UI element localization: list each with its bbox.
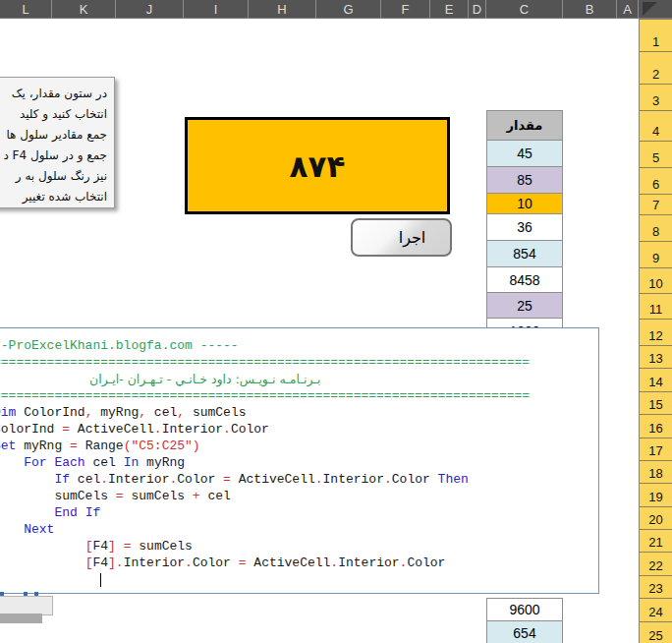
column-header-B[interactable]: B (563, 0, 617, 19)
select-all-triangle-icon (643, 2, 657, 16)
comment-box: در ستون مقدار، یکانتخاب کنید و کلیدجمع م… (0, 77, 115, 208)
cell-C25[interactable]: 654 (486, 621, 563, 643)
row-header-25[interactable]: 25 (639, 622, 672, 643)
row-header-19[interactable]: 19 (639, 484, 672, 507)
column-header-C[interactable]: C (486, 0, 563, 19)
row-header-18[interactable]: 18 (639, 461, 672, 484)
code-line: ========================================… (0, 387, 598, 404)
cell-C8[interactable]: 36 (486, 214, 563, 241)
row-header-16[interactable]: 16 (639, 415, 672, 438)
row-header-1[interactable]: 1 (639, 20, 672, 52)
column-header-L[interactable]: L (0, 0, 52, 19)
column-header-bar: LKJIHGFEDCBA (0, 0, 672, 19)
row-header-column: 1234567891011121314151617181920212223242… (639, 19, 672, 643)
comment-text-line: انتخاب کنید و کلید (0, 104, 107, 125)
sum-cell-f4[interactable]: ۸۷۴ (185, 117, 450, 214)
cell-C24[interactable]: 9600 (486, 598, 563, 621)
row-header-23[interactable]: 23 (639, 576, 672, 599)
code-line (0, 571, 598, 588)
column-header-K[interactable]: K (52, 0, 116, 19)
code-line: Dim ColorInd, myRng, cel, sumCels (0, 404, 598, 421)
row-header-22[interactable]: 22 (639, 553, 672, 576)
selection-handle[interactable] (34, 592, 38, 596)
code-line: ColorInd = ActiveCell.Interior.Color (0, 421, 598, 438)
row-header-14[interactable]: 14 (639, 369, 672, 392)
row-header-4[interactable]: 4 (639, 111, 672, 142)
cell-C5[interactable]: 45 (486, 141, 563, 167)
column-header-I[interactable]: I (184, 0, 249, 19)
code-line: Set myRng = Range("C5:C25") (0, 438, 598, 454)
select-all-corner[interactable] (639, 0, 672, 19)
code-line: ========================================… (0, 354, 598, 371)
row-header-6[interactable]: 6 (639, 168, 672, 195)
row-header-17[interactable]: 17 (639, 438, 672, 461)
cell-C4[interactable]: مقدار (486, 110, 563, 141)
row-header-9[interactable]: 9 (639, 242, 672, 268)
cell-C6[interactable]: 85 (486, 167, 563, 194)
row-header-2[interactable]: 2 (639, 52, 672, 85)
run-button[interactable]: اجرا (351, 218, 452, 257)
cell-C10[interactable]: 8458 (486, 267, 563, 293)
row-header-20[interactable]: 20 (639, 507, 672, 530)
row-header-21[interactable]: 21 (639, 530, 672, 553)
column-header-G[interactable]: G (316, 0, 381, 19)
cell-C7[interactable]: 10 (486, 194, 563, 214)
row-header-13[interactable]: 13 (639, 346, 672, 369)
row-header-11[interactable]: 11 (639, 294, 672, 320)
comment-text-line: نیز رنگ سلول به ر (0, 166, 107, 187)
code-line: --ProExcelKhani.blogfa.com ----- (0, 337, 598, 354)
cell-C11[interactable]: 25 (486, 293, 563, 319)
row-header-24[interactable]: 24 (639, 599, 672, 622)
code-line: [F4] = sumCels (0, 538, 598, 555)
column-header-A[interactable]: A (617, 0, 639, 19)
column-header-D[interactable]: D (469, 0, 486, 19)
vba-code-window[interactable]: --ProExcelKhani.blogfa.com -----========… (0, 327, 599, 594)
selection-handle[interactable] (24, 592, 28, 596)
row-header-15[interactable]: 15 (639, 392, 672, 415)
row-header-3[interactable]: 3 (639, 85, 672, 111)
code-line: For Each cel In myRng (0, 454, 598, 471)
comment-text-line: انتخاب شده تغییر (0, 187, 107, 207)
partial-shape-shadow (0, 614, 42, 623)
spreadsheet-app: LKJIHGFEDCBA 123456789101112131415161718… (0, 0, 672, 643)
code-line: If cel.Interior.Color = ActiveCell.Inter… (0, 471, 598, 488)
selection-handle[interactable] (0, 592, 4, 596)
partial-shape (0, 596, 53, 615)
cell-C9[interactable]: 854 (486, 241, 563, 267)
row-header-8[interactable]: 8 (639, 215, 672, 242)
code-line: sumCels = sumCels + cel (0, 488, 598, 504)
comment-text-line: در ستون مقدار، یک (0, 84, 107, 104)
column-header-F[interactable]: F (381, 0, 430, 19)
comment-text-line: جمع مقادیر سلول ها (0, 125, 107, 146)
code-line: End If (0, 504, 598, 521)
column-header-H[interactable]: H (249, 0, 316, 19)
column-header-E[interactable]: E (430, 0, 469, 19)
row-header-5[interactable]: 5 (639, 142, 672, 168)
row-header-12[interactable]: 12 (639, 320, 672, 346)
row-header-7[interactable]: 7 (639, 195, 672, 215)
column-header-J[interactable]: J (116, 0, 184, 19)
code-line: Next (0, 521, 598, 538)
comment-text-line: جمع و در سلول F4 د (0, 146, 107, 166)
row-header-10[interactable]: 10 (639, 268, 672, 294)
code-line: بـرنـامـه نـويـس: داود خـانـي - تـهـران … (0, 371, 598, 387)
code-line: [F4].Interior.Color = ActiveCell.Interio… (0, 555, 598, 571)
text-cursor (100, 573, 101, 587)
